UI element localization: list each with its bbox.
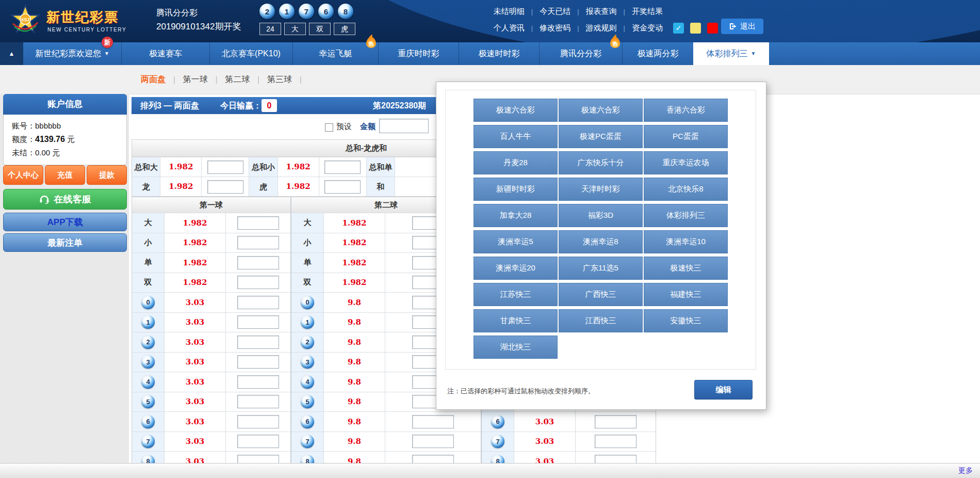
- nav-tab[interactable]: 极速时时彩: [459, 42, 539, 65]
- number-ball-icon: 1: [141, 315, 155, 329]
- bet-amount-input[interactable]: [207, 161, 243, 174]
- checked-flag-icon[interactable]: ✓: [673, 23, 684, 34]
- logout-button[interactable]: 退出: [721, 19, 763, 34]
- header-link[interactable]: 个人资讯: [494, 23, 525, 33]
- period-number: 第20252380期: [373, 97, 426, 114]
- header-link[interactable]: 今天已结: [540, 7, 570, 17]
- red-flag-icon[interactable]: [707, 23, 718, 34]
- game-select-button[interactable]: 福彩3D: [559, 204, 643, 227]
- bet-amount-input[interactable]: [595, 435, 636, 448]
- header-link[interactable]: 资金变动: [632, 23, 663, 33]
- game-select-button[interactable]: 安徽快三: [644, 309, 728, 332]
- bet-amount-input[interactable]: [237, 415, 279, 428]
- latest-orders-button[interactable]: 最新注单: [3, 233, 127, 252]
- nav-tab[interactable]: 幸运飞艇热: [292, 42, 378, 65]
- bet-amount-input[interactable]: [237, 435, 279, 448]
- header-link[interactable]: 修改密码: [540, 23, 570, 33]
- game-select-button[interactable]: 新疆时时彩: [473, 178, 558, 201]
- game-select-button[interactable]: PC蛋蛋: [644, 125, 728, 148]
- bet-amount-input[interactable]: [237, 375, 279, 389]
- account-row: 额度：4139.76 元: [12, 133, 126, 146]
- preset-amount-input[interactable]: [379, 119, 429, 133]
- odds-value: 9.8: [324, 372, 385, 392]
- app-download-button[interactable]: APP下载: [3, 213, 127, 231]
- game-select-button[interactable]: 澳洲幸运8: [559, 230, 643, 253]
- game-select-button[interactable]: 澳洲幸运10: [644, 230, 728, 253]
- online-service-button[interactable]: 在线客服: [3, 189, 127, 210]
- today-winloss-value: 0: [262, 99, 277, 112]
- sidebar-quick-button[interactable]: 个人中心: [3, 165, 43, 185]
- game-select-button[interactable]: 广东11选5: [559, 257, 643, 280]
- bet-amount-input[interactable]: [207, 180, 243, 194]
- bet-amount-input[interactable]: [237, 355, 279, 369]
- edit-button[interactable]: 编辑: [694, 380, 753, 400]
- sidebar-quick-button[interactable]: 提款: [87, 165, 127, 185]
- bet-amount-input[interactable]: [237, 315, 279, 329]
- yellow-flag-icon[interactable]: [690, 23, 701, 34]
- odds-value: 1.982: [324, 273, 385, 293]
- nav-collapse-button[interactable]: ▲: [0, 42, 23, 65]
- bet-type-label: 小: [304, 238, 312, 248]
- subnav-tab[interactable]: 两面盘: [141, 74, 166, 85]
- game-select-button[interactable]: 澳洲幸运20: [473, 257, 558, 280]
- game-select-button[interactable]: 广东快乐十分: [559, 151, 643, 174]
- subnav-tab[interactable]: 第一球: [183, 74, 208, 85]
- header-link[interactable]: 开奖结果: [632, 7, 663, 17]
- subnav-tab[interactable]: 第二球: [225, 74, 250, 85]
- bet-amount-input[interactable]: [237, 216, 279, 230]
- subnav-tab[interactable]: 第三球: [267, 74, 292, 85]
- game-select-button[interactable]: 百人牛牛: [473, 125, 558, 148]
- bet-amount-input[interactable]: [237, 256, 279, 269]
- brand-logo[interactable]: XSJ 新世纪彩票 NEW CENTURY LOTTERY: [10, 4, 155, 38]
- bet-type-cell: 7: [291, 432, 324, 452]
- more-link[interactable]: 更多: [958, 466, 973, 475]
- game-select-button[interactable]: 体彩排列三: [644, 204, 728, 227]
- bet-amount-input[interactable]: [237, 276, 279, 289]
- game-select-button[interactable]: 天津时时彩: [559, 178, 643, 201]
- game-select-button[interactable]: 极速快三: [644, 257, 728, 280]
- game-select-button[interactable]: 甘肃快三: [473, 309, 558, 332]
- preset-checkbox[interactable]: [325, 123, 333, 132]
- game-select-button[interactable]: 加拿大28: [473, 204, 558, 227]
- bet-amount-input[interactable]: [237, 395, 279, 408]
- game-select-button[interactable]: 北京快乐8: [644, 178, 728, 201]
- game-select-button[interactable]: 重庆幸运农场: [644, 151, 728, 174]
- game-select-button[interactable]: 江西快三: [559, 309, 643, 332]
- nav-tab[interactable]: 极速赛车: [121, 42, 209, 65]
- nav-tab[interactable]: 重庆时时彩: [378, 42, 459, 65]
- nav-tab[interactable]: 北京赛车(PK10): [209, 42, 292, 65]
- header-link[interactable]: 未结明细: [494, 7, 525, 17]
- game-select-button[interactable]: 湖北快三: [473, 336, 558, 359]
- game-select-button[interactable]: 澳洲幸运5: [473, 230, 558, 253]
- bet-amount-input[interactable]: [595, 415, 636, 428]
- sidebar-quick-button[interactable]: 充值: [45, 165, 85, 185]
- game-select-button[interactable]: 广西快三: [559, 283, 643, 306]
- game-select-button[interactable]: 香港六合彩: [644, 99, 728, 122]
- bet-amount-input[interactable]: [237, 336, 279, 349]
- bet-amount-input[interactable]: [237, 296, 279, 309]
- game-select-button[interactable]: 极速六合彩: [473, 99, 558, 122]
- bet-amount-input[interactable]: [324, 180, 361, 194]
- separator: |: [624, 8, 625, 15]
- game-select-button[interactable]: 极速六合彩: [559, 99, 643, 122]
- odds-value: 3.03: [165, 353, 226, 372]
- bet-amount-input[interactable]: [324, 161, 361, 174]
- nav-tab[interactable]: 体彩排列三▼: [693, 42, 769, 65]
- bet-amount-input[interactable]: [412, 415, 454, 428]
- nav-tab[interactable]: 极速两分彩: [622, 42, 693, 65]
- bet-amount-input[interactable]: [412, 435, 454, 448]
- game-select-button[interactable]: 丹麦28: [473, 151, 558, 174]
- game-select-button[interactable]: 极速PC蛋蛋: [559, 125, 643, 148]
- nav-tab[interactable]: 腾讯分分彩热: [539, 42, 622, 65]
- game-select-button[interactable]: 福建快三: [644, 283, 728, 306]
- header-link[interactable]: 报表查询: [586, 7, 617, 17]
- nav-tab[interactable]: 新世纪彩票欢迎您▼新: [23, 42, 121, 65]
- odds-value: 3.03: [165, 372, 226, 392]
- result-tag: 大: [284, 23, 306, 35]
- header-link[interactable]: 游戏规则: [586, 23, 617, 33]
- bet-type-label: 总和单: [367, 157, 395, 177]
- separator: |: [577, 8, 579, 15]
- game-select-button[interactable]: 江苏快三: [473, 283, 558, 306]
- bet-amount-input[interactable]: [237, 236, 279, 249]
- result-tag: 双: [309, 23, 331, 35]
